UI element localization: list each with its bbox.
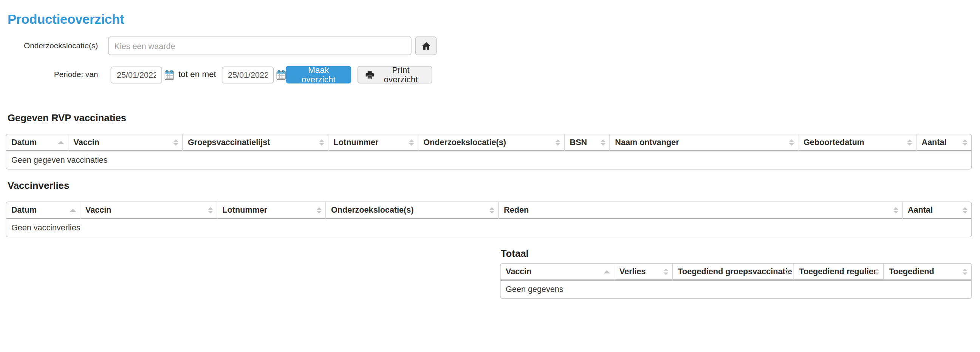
sort-icon: [962, 268, 967, 275]
column-header-vaccin[interactable]: Vaccin: [68, 135, 183, 151]
calendar-icon[interactable]: [276, 70, 286, 80]
section-heading-total: Totaal: [501, 248, 529, 260]
column-label: Toegediend: [889, 266, 934, 276]
vaccine-loss-table: DatumVaccinLotnummerOnderzoekslocatie(s)…: [6, 202, 972, 238]
column-header-groepsvaccinatielijst[interactable]: Groepsvaccinatielijst: [183, 135, 329, 151]
column-label: Vaccin: [86, 205, 111, 215]
make-overview-button[interactable]: Maak overzicht: [286, 66, 351, 84]
printer-icon: [366, 71, 374, 79]
page: Productieoverzicht Onderzoekslocatie(s) …: [0, 0, 980, 352]
date-from-input[interactable]: [111, 67, 162, 84]
sort-ascending-icon: [58, 141, 64, 144]
date-to-input[interactable]: [222, 67, 274, 84]
section-heading-vaccine-loss: Vaccinverlies: [8, 180, 69, 192]
sort-icon: [962, 139, 967, 146]
sort-icon: [208, 207, 213, 213]
print-overview-label: Print overzicht: [377, 65, 424, 84]
sort-icon: [875, 268, 880, 275]
column-label: Reden: [504, 205, 529, 215]
column-header-vaccin[interactable]: Vaccin: [501, 264, 614, 281]
table-header-row: VaccinVerliesToegediend groepsvaccinatie…: [501, 264, 971, 281]
empty-message: Geen gegeven vaccinaties: [6, 151, 971, 169]
page-title: Productieoverzicht: [8, 12, 124, 27]
column-header-lotnummer[interactable]: Lotnummer: [328, 135, 418, 151]
column-header-toegediend[interactable]: Toegediend: [884, 264, 971, 281]
sort-icon: [601, 139, 605, 146]
column-header-vaccin[interactable]: Vaccin: [81, 202, 217, 219]
column-label: Lotnummer: [334, 138, 379, 147]
make-overview-label: Maak overzicht: [294, 65, 343, 84]
sort-icon: [894, 207, 898, 213]
column-label: Toegediend groepsvaccinatie: [678, 266, 792, 276]
column-header-onderzoekslocatie-s[interactable]: Onderzoekslocatie(s): [326, 202, 499, 219]
column-label: Lotnummer: [222, 205, 267, 215]
column-label: Aantal: [908, 205, 933, 215]
column-label: Datum: [11, 205, 37, 215]
column-header-datum[interactable]: Datum: [6, 135, 69, 151]
period-label: Periode: van: [0, 66, 98, 84]
total-table: VaccinVerliesToegediend groepsvaccinatie…: [500, 263, 972, 299]
sort-ascending-icon: [70, 208, 76, 211]
column-label: BSN: [570, 138, 587, 147]
sort-icon: [907, 139, 912, 146]
table-header-row: DatumVaccinGroepsvaccinatielijstLotnumme…: [6, 135, 971, 151]
sort-icon: [317, 207, 321, 213]
sort-icon: [490, 207, 494, 213]
section-heading-given-vaccinations: Gegeven RVP vaccinaties: [8, 113, 126, 124]
sort-icon: [962, 207, 967, 213]
sort-ascending-icon: [604, 270, 610, 273]
sort-icon: [173, 139, 178, 146]
column-header-datum[interactable]: Datum: [6, 202, 81, 219]
column-header-geboortedatum[interactable]: Geboortedatum: [799, 135, 916, 151]
table-empty-row: Geen gegeven vaccinaties: [6, 151, 971, 169]
table-header-row: DatumVaccinLotnummerOnderzoekslocatie(s)…: [6, 202, 971, 219]
sort-icon: [319, 139, 324, 146]
column-label: Geboortedatum: [803, 138, 864, 147]
column-label: Groepsvaccinatielijst: [188, 138, 270, 147]
print-overview-button[interactable]: Print overzicht: [358, 66, 432, 84]
home-icon: [421, 41, 431, 51]
sort-icon: [784, 268, 789, 275]
sort-icon: [409, 139, 414, 146]
sort-icon: [555, 139, 560, 146]
given-vaccinations-table: DatumVaccinGroepsvaccinatielijstLotnumme…: [6, 134, 972, 170]
column-header-reden[interactable]: Reden: [499, 202, 903, 219]
column-label: Naam ontvanger: [615, 138, 679, 147]
location-label: Onderzoekslocatie(s): [0, 36, 98, 55]
calendar-icon[interactable]: [164, 70, 174, 80]
column-label: Onderzoekslocatie(s): [331, 205, 414, 215]
column-header-aantal[interactable]: Aantal: [903, 202, 971, 219]
column-label: Datum: [11, 138, 37, 147]
home-button[interactable]: [415, 36, 437, 55]
location-input[interactable]: [108, 36, 412, 55]
column-header-aantal[interactable]: Aantal: [916, 135, 971, 151]
table-empty-row: Geen vaccinverlies: [6, 219, 971, 237]
empty-message: Geen gegevens: [501, 281, 971, 298]
empty-message: Geen vaccinverlies: [6, 219, 971, 237]
sort-icon: [789, 139, 794, 146]
period-separator-label: tot en met: [178, 66, 216, 84]
column-header-lotnummer[interactable]: Lotnummer: [217, 202, 326, 219]
sort-icon: [663, 268, 668, 275]
column-header-toegediend-groepsvaccinatie[interactable]: Toegediend groepsvaccinatie: [673, 264, 794, 281]
column-label: Toegediend regulier: [799, 266, 877, 276]
column-label: Vaccin: [506, 266, 531, 276]
column-label: Onderzoekslocatie(s): [423, 138, 506, 147]
column-header-verlies[interactable]: Verlies: [614, 264, 673, 281]
column-label: Aantal: [921, 138, 947, 147]
column-label: Vaccin: [73, 138, 99, 147]
column-header-onderzoekslocatie-s[interactable]: Onderzoekslocatie(s): [418, 135, 565, 151]
column-label: Verlies: [619, 266, 646, 276]
column-header-naam-ontvanger[interactable]: Naam ontvanger: [610, 135, 799, 151]
column-header-bsn[interactable]: BSN: [565, 135, 610, 151]
table-empty-row: Geen gegevens: [501, 281, 971, 298]
column-header-toegediend-regulier[interactable]: Toegediend regulier: [794, 264, 884, 281]
